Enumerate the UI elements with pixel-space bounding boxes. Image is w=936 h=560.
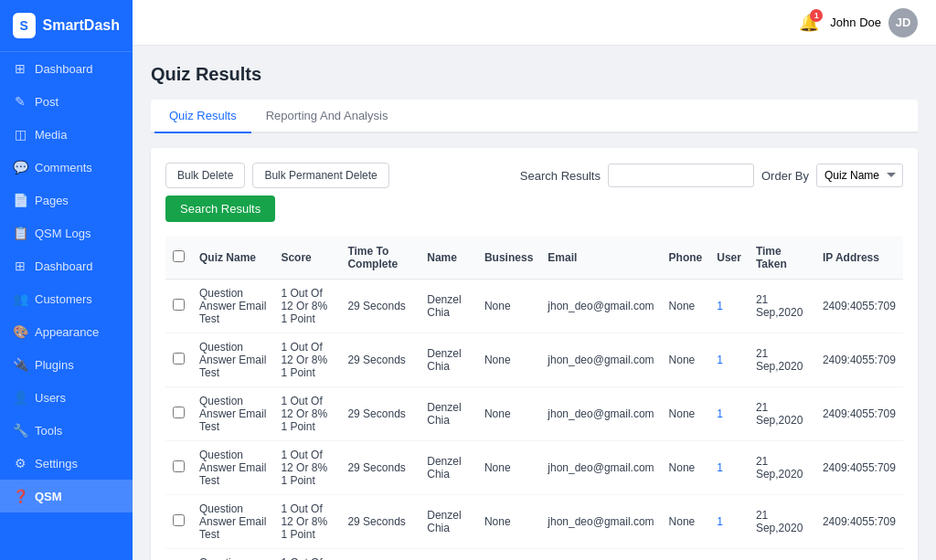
cell-score-4: 1 Out Of 12 Or 8% 1 Point: [273, 495, 340, 549]
content-area: Quiz Results Quiz Results Reporting And …: [133, 46, 936, 560]
cell-business-3: None: [477, 441, 540, 495]
sidebar-nav: ⊞ Dashboard ✎ Post ◫ Media 💬 Comments 📄 …: [0, 52, 133, 512]
sidebar-icon-comments: 💬: [13, 160, 27, 174]
cell-quiz-name-4: Question Answer Email Test: [192, 495, 273, 549]
sidebar-icon-media: ◫: [13, 127, 27, 142]
sidebar-label-plugins: Plugins: [35, 358, 74, 372]
cell-quiz-name-1: Question Answer Email Test: [192, 333, 273, 387]
cell-email-3: jhon_deo@gmail.com: [540, 441, 661, 495]
tab-reporting[interactable]: Reporting And Analysis: [251, 100, 403, 133]
cell-name-4: Denzel Chia: [420, 495, 477, 549]
row-checkbox-cell: [165, 280, 192, 333]
sidebar-icon-settings: ⚙: [13, 456, 27, 470]
cell-score-2: 1 Out Of 12 Or 8% 1 Point: [273, 387, 340, 441]
header-checkbox-cell: [165, 237, 192, 280]
user-link-2[interactable]: 1: [717, 407, 723, 420]
cell-phone-0: None: [662, 280, 710, 333]
cell-name-1: Denzel Chia: [420, 333, 477, 387]
user-link-3[interactable]: 1: [717, 461, 723, 474]
sidebar-icon-pages: 📄: [13, 193, 27, 207]
col-phone: Phone: [662, 237, 710, 280]
sidebar-item-dashboard[interactable]: ⊞ Dashboard: [0, 52, 133, 85]
cell-ip-2: 2409:4055:709: [815, 387, 903, 441]
cell-business-4: None: [477, 495, 540, 549]
cell-business-0: None: [477, 280, 540, 333]
cell-email-0: jhon_deo@gmail.com: [540, 280, 661, 333]
sidebar-icon-post: ✎: [13, 94, 27, 109]
sidebar-item-post[interactable]: ✎ Post: [0, 85, 133, 118]
table-row: Question Answer Email Test 1 Out Of 12 O…: [165, 549, 903, 561]
sidebar-icon-dashboard: ⊞: [13, 61, 27, 76]
sidebar-item-tools[interactable]: 🔧 Tools: [0, 414, 133, 447]
topbar: 🔔 1 John Doe JD: [133, 0, 936, 46]
row-checkbox-2[interactable]: [173, 407, 185, 418]
sidebar-item-plugins[interactable]: 🔌 Plugins: [0, 348, 133, 381]
row-checkbox-3[interactable]: [173, 460, 185, 472]
sidebar-item-dashboard2[interactable]: ⊞ Dashboard: [0, 249, 133, 282]
sidebar-item-comments[interactable]: 💬 Comments: [0, 151, 133, 184]
results-table: Quiz Name Score Time To Complete Name Bu…: [165, 237, 903, 560]
cell-phone-2: None: [662, 387, 710, 441]
table-row: Question Answer Email Test 1 Out Of 12 O…: [165, 280, 903, 333]
row-checkbox-cell: [165, 441, 192, 495]
app-logo[interactable]: S SmartDash: [0, 0, 133, 52]
sidebar-icon-appearance: 🎨: [13, 324, 27, 339]
sidebar-item-users[interactable]: 👤 Users: [0, 381, 133, 414]
bulk-permanent-delete-button[interactable]: Bulk Permanent Delete: [252, 163, 388, 188]
sidebar-label-customers: Customers: [35, 292, 92, 306]
sidebar-item-appearance[interactable]: 🎨 Appearance: [0, 315, 133, 348]
cell-ip-4: 2409:4055:709: [815, 495, 903, 549]
sidebar-item-media[interactable]: ◫ Media: [0, 118, 133, 151]
row-checkbox-cell: [165, 549, 192, 561]
cell-time-complete-2: 29 Seconds: [340, 387, 420, 441]
sidebar-item-pages[interactable]: 📄 Pages: [0, 184, 133, 217]
cell-time-complete-3: 29 Seconds: [340, 441, 420, 495]
table-row: Question Answer Email Test 1 Out Of 12 O…: [165, 387, 903, 441]
cell-phone-3: None: [662, 441, 710, 495]
order-by-label: Order By: [761, 169, 809, 183]
cell-time-taken-5: 21 Sep,2020: [749, 549, 815, 561]
row-checkbox-cell: [165, 333, 192, 387]
user-link-1[interactable]: 1: [717, 354, 723, 366]
tab-quiz-results[interactable]: Quiz Results: [154, 100, 251, 133]
sidebar-item-settings[interactable]: ⚙ Settings: [0, 447, 133, 480]
table-header-row: Quiz Name Score Time To Complete Name Bu…: [165, 237, 903, 280]
row-checkbox-4[interactable]: [173, 514, 185, 526]
table-row: Question Answer Email Test 1 Out Of 12 O…: [165, 495, 903, 549]
col-user: User: [709, 237, 749, 280]
cell-email-4: jhon_deo@gmail.com: [540, 495, 661, 549]
sidebar-label-dashboard2: Dashboard: [35, 259, 93, 273]
col-score: Score: [273, 237, 340, 280]
sidebar-label-comments: Comments: [35, 161, 92, 174]
sidebar-item-customers[interactable]: 👥 Customers: [0, 282, 133, 315]
user-link-0[interactable]: 1: [717, 300, 723, 312]
notification-button[interactable]: 🔔 1: [799, 13, 819, 33]
toolbar: Bulk Delete Bulk Permanent Delete Search…: [165, 163, 903, 222]
cell-quiz-name-2: Question Answer Email Test: [192, 387, 273, 441]
bulk-delete-button[interactable]: Bulk Delete: [165, 163, 245, 188]
row-checkbox-0[interactable]: [173, 299, 185, 311]
sidebar-icon-users: 👤: [13, 390, 27, 405]
cell-user-0: 1: [709, 280, 749, 333]
order-by-select[interactable]: Quiz Name Score Date Name: [816, 164, 903, 187]
row-checkbox-1[interactable]: [173, 353, 185, 365]
user-name: John Doe: [830, 16, 881, 29]
app-name: SmartDash: [43, 17, 120, 34]
search-input[interactable]: [608, 164, 754, 187]
cell-score-1: 1 Out Of 12 Or 8% 1 Point: [273, 333, 340, 387]
cell-time-complete-0: 29 Seconds: [340, 280, 420, 333]
user-link-4[interactable]: 1: [717, 515, 723, 528]
search-button[interactable]: Search Results: [165, 195, 275, 222]
select-all-checkbox[interactable]: [173, 250, 185, 262]
cell-ip-1: 2409:4055:709: [815, 333, 903, 387]
cell-name-3: Denzel Chia: [420, 441, 477, 495]
col-email: Email: [540, 237, 661, 280]
cell-user-3: 1: [709, 441, 749, 495]
sidebar-label-tools: Tools: [35, 424, 62, 438]
cell-business-5: None: [477, 549, 540, 561]
cell-phone-5: None: [662, 549, 710, 561]
table-row: Question Answer Email Test 1 Out Of 12 O…: [165, 333, 903, 387]
cell-phone-1: None: [662, 333, 710, 387]
sidebar-item-qsm-logs[interactable]: 📋 QSM Logs: [0, 217, 133, 249]
sidebar-item-qsm[interactable]: ❓ QSM: [0, 480, 133, 512]
